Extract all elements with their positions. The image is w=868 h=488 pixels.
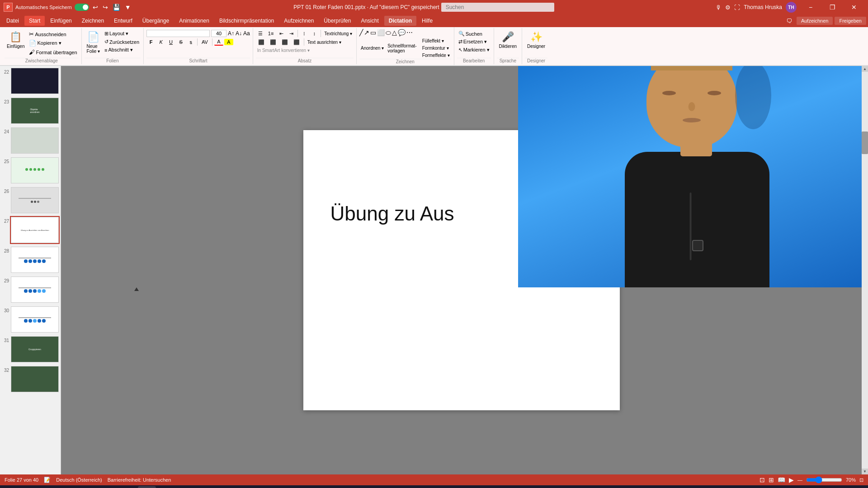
zoom-slider[interactable] [806,476,842,483]
align-right-button[interactable]: ⬛ [279,39,290,46]
taskbar-start-button[interactable]: ⊞ [2,486,20,488]
taskbar-extra1-icon[interactable]: 🔵 [328,486,346,488]
slide-item-32[interactable]: 32 [0,364,61,394]
char-spacing-button[interactable]: AV [199,39,210,45]
slide-item-22[interactable]: 22 [0,66,61,96]
scroll-thumb[interactable] [862,131,868,154]
menu-datei[interactable]: Datei [2,16,24,26]
shape-triangle-icon[interactable]: △ [392,29,397,37]
strikethrough-button[interactable]: S [176,39,185,45]
schnellformatvorlagen-button[interactable]: Schnellformat-vorlagen [386,42,418,54]
fuellung-button[interactable]: Fülleffekt ▾ [421,38,451,44]
justify-button[interactable]: ⬛ [291,39,302,46]
menu-einfuegen[interactable]: Einfügen [46,16,76,26]
shape-rounded-rect-icon[interactable]: ⬜ [377,29,385,37]
slide-list-scroll[interactable]: 22 23 Objekteanordnen 24 [0,66,61,474]
slide-item-24[interactable]: 24 [0,126,61,155]
aufzeichnen-button[interactable]: Aufzeichnen [797,17,833,25]
format-uebertragen-button[interactable]: 🖌 Format übertragen [28,48,78,56]
menu-animationen[interactable]: Animationen [175,16,214,26]
columns-button[interactable]: ⫶ [300,30,309,37]
designer-button[interactable]: ✨ Designer [525,30,547,50]
taskbar-outlook-icon[interactable]: 📧 [119,486,137,488]
view-slideshow-icon[interactable]: ▶ [789,476,794,483]
freigeben-button[interactable]: Freigeben [835,17,866,25]
user-avatar[interactable]: TH [786,2,797,13]
smartart-button[interactable]: In SmartArt konvertieren ▾ [256,47,311,54]
menu-ueberpruefen[interactable]: Überprüfen [319,16,355,26]
bold-button[interactable]: F [146,39,156,45]
einfuegen-button[interactable]: 📋 Einfügen [5,30,27,50]
shape-line-icon[interactable]: ╱ [359,29,363,37]
neue-folie-button[interactable]: 📄 NeueFolie ▾ [85,30,102,55]
clear-format-icon[interactable]: Aa [243,30,250,37]
shape-rect-icon[interactable]: ▭ [370,29,376,37]
align-center-button[interactable]: ⬛ [268,39,278,46]
zuruecksetzen-button[interactable]: ↺ Zurücksetzen [103,38,141,46]
slide-item-28[interactable]: 28 [0,245,61,275]
menu-entwurf[interactable]: Entwurf [109,16,137,26]
view-normal-icon[interactable]: ⊡ [760,476,765,483]
formeffekt-button[interactable]: Formeffekte ▾ [421,52,451,59]
line-spacing-button[interactable]: ↕ [310,30,319,37]
kopieren-button[interactable]: 📄 Kopieren ▾ [28,39,78,47]
shape-oval-icon[interactable]: ⬭ [386,29,391,37]
textrichtung-button[interactable]: Textrichtung ▾ [323,30,354,37]
notes-icon[interactable]: 📝 [44,477,51,483]
vertical-scrollbar[interactable]: ▲ ▼ [862,66,868,474]
taskbar-edge-icon[interactable]: 🌐 [62,486,80,488]
text-ausrichten-button[interactable]: Text ausrichten ▾ [306,39,343,46]
menu-dictation[interactable]: Dictation [384,16,416,26]
menu-zeichnen[interactable]: Zeichnen [77,16,108,26]
decrease-font-icon[interactable]: A↓ [236,30,242,37]
shape-more-icon[interactable]: ⋯ [406,29,413,37]
taskbar-yammer-icon[interactable]: Y [233,486,251,488]
underline-button[interactable]: U [166,39,175,45]
taskbar-chrome-icon[interactable]: ⬤ [100,486,118,488]
bullets-button[interactable]: ☰ [256,30,265,37]
taskbar-search-icon[interactable]: 🔍 [21,486,39,488]
ausschneiden-button[interactable]: ✂ Ausschneiden [28,30,78,38]
menu-uebergaenge[interactable]: Übergänge [138,16,174,26]
shadow-button[interactable]: s [186,39,195,45]
toolbar-save-icon[interactable]: 💾 [112,4,121,11]
toolbar-more-icon[interactable]: ▼ [124,4,132,11]
collapse-ribbon-icon[interactable]: 🗨 [783,17,795,25]
scroll-track[interactable] [862,72,868,469]
fit-slide-icon[interactable]: ⊡ [859,477,863,483]
slide-item-29[interactable]: 29 [0,275,61,305]
taskbar-telegram-icon[interactable]: ✈ [176,486,194,488]
taskbar-files-icon[interactable]: 📁 [195,486,213,488]
menu-ansicht[interactable]: Ansicht [356,16,383,26]
font-name-input[interactable] [146,30,210,37]
taskbar-powerpoint-icon[interactable]: 📊 [138,486,156,488]
toolbar-undo-icon[interactable]: ↩ [92,4,99,11]
formkontur-button[interactable]: Formkontur ▾ [421,45,451,52]
font-color-button[interactable]: A [214,38,223,46]
menu-start[interactable]: Start [24,16,45,26]
scroll-down-arrow[interactable]: ▼ [862,469,868,474]
taskbar-spotify-icon[interactable]: ♪ [271,486,289,488]
menu-hilfe[interactable]: Hilfe [417,16,437,26]
taskbar-onenote-icon[interactable]: 📓 [214,486,232,488]
highlight-color-button[interactable]: A [224,39,233,45]
taskbar-firefox-icon[interactable]: 🦊 [81,486,99,488]
menu-bildschirm[interactable]: Bildschirmpräsentation [215,16,278,26]
view-reading-icon[interactable]: 📖 [778,476,785,483]
align-left-button[interactable]: ⬛ [256,39,267,46]
taskbar-teams-icon[interactable]: 💬 [157,486,175,488]
title-search-input[interactable] [441,3,554,12]
indent-inc-button[interactable]: ⇥ [287,30,296,37]
shape-arrow-icon[interactable]: ↗ [364,29,369,37]
markieren-button[interactable]: ↖ Markieren ▾ [457,46,491,54]
taskbar-skype-icon[interactable]: S [252,486,270,488]
slide-item-23[interactable]: 23 Objekteanordnen [0,96,61,126]
layout-button[interactable]: ⊞ Layout ▾ [103,30,141,38]
ersetzen-button[interactable]: ⇄ Ersetzen ▾ [457,38,491,46]
font-size-input[interactable] [211,30,226,37]
restore-button[interactable]: ❐ [822,0,843,14]
taskbar-extra2-icon[interactable]: 🔴 [347,486,365,488]
slide-item-26[interactable]: 26 [0,185,61,215]
language-label[interactable]: Deutsch (Österreich) [56,477,102,483]
close-button[interactable]: ✕ [844,0,864,14]
